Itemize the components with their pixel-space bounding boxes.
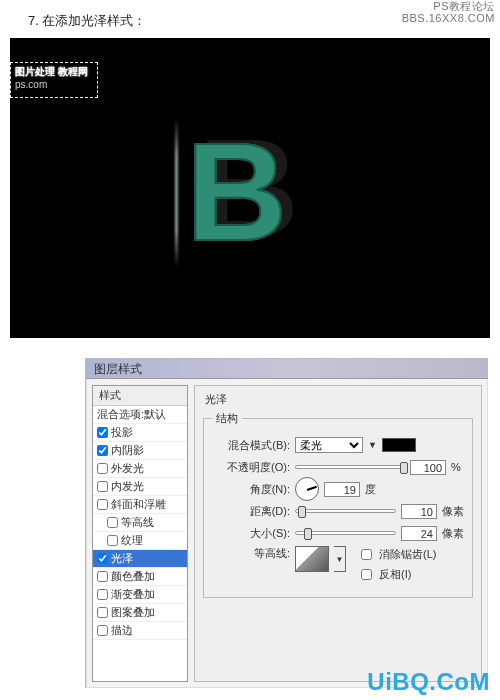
watermark-line2: BBS.16XX8.COM (402, 12, 495, 24)
style-item-label: 光泽 (111, 551, 133, 566)
size-label: 大小(S): (212, 526, 290, 541)
style-item-label: 颜色叠加 (111, 569, 155, 584)
canvas-wm-line2: ps.com (15, 78, 93, 91)
style-item-7[interactable]: 纹理 (93, 532, 187, 550)
dialog-body: 样式 混合选项:默认投影内阴影外发光内发光斜面和浮雕等高线纹理光泽颜色叠加渐变叠… (86, 379, 488, 688)
style-item-label: 内发光 (111, 479, 144, 494)
antialias-option[interactable]: 消除锯齿(L) (357, 546, 436, 563)
style-checkbox[interactable] (97, 589, 108, 600)
size-row: 大小(S): 24 像素 (212, 524, 464, 542)
blend-mode-label: 混合模式(B): (212, 438, 290, 453)
invert-label: 反相(I) (379, 567, 411, 582)
letter-main: B (186, 122, 283, 262)
style-item-label: 内阴影 (111, 443, 144, 458)
style-item-0[interactable]: 混合选项:默认 (93, 406, 187, 424)
contour-label: 等高线: (212, 546, 290, 561)
distance-value[interactable]: 10 (401, 504, 437, 519)
opacity-value[interactable]: 100 (410, 460, 446, 475)
top-watermark: PS教程论坛 BBS.16XX8.COM (402, 0, 495, 24)
style-item-label: 外发光 (111, 461, 144, 476)
site-logo: UiBQ.CoM (367, 668, 490, 696)
style-list: 样式 混合选项:默认投影内阴影外发光内发光斜面和浮雕等高线纹理光泽颜色叠加渐变叠… (92, 385, 188, 682)
style-item-label: 混合选项:默认 (97, 407, 166, 422)
size-slider[interactable] (295, 531, 396, 535)
style-item-label: 渐变叠加 (111, 587, 155, 602)
style-item-label: 斜面和浮雕 (111, 497, 166, 512)
style-checkbox[interactable] (97, 427, 108, 438)
antialias-checkbox[interactable] (361, 549, 372, 560)
style-item-4[interactable]: 内发光 (93, 478, 187, 496)
preview-canvas: 图片处理 教程网 ps.com B B (10, 38, 490, 338)
blend-mode-select[interactable]: 柔光 (295, 437, 363, 453)
style-item-12[interactable]: 描边 (93, 622, 187, 640)
dialog-title: 图层样式 (86, 359, 488, 379)
layer-style-dialog: 图层样式 样式 混合选项:默认投影内阴影外发光内发光斜面和浮雕等高线纹理光泽颜色… (85, 358, 488, 688)
invert-option[interactable]: 反相(I) (357, 566, 436, 583)
style-item-label: 描边 (111, 623, 133, 638)
style-item-label: 纹理 (121, 533, 143, 548)
distance-label: 距离(D): (212, 504, 290, 519)
blend-color-swatch[interactable] (382, 438, 416, 452)
distance-slider[interactable] (295, 509, 396, 513)
style-checkbox[interactable] (97, 607, 108, 618)
style-item-5[interactable]: 斜面和浮雕 (93, 496, 187, 514)
angle-value[interactable]: 19 (324, 482, 360, 497)
opacity-row: 不透明度(O): 100 % (212, 458, 464, 476)
contour-dropdown[interactable]: ▼ (334, 546, 346, 572)
satin-panel: 光泽 结构 混合模式(B): 柔光 ▼ 不透明度(O): 100 % (194, 385, 482, 682)
opacity-slider[interactable] (295, 465, 405, 469)
style-item-10[interactable]: 渐变叠加 (93, 586, 187, 604)
structure-group: 结构 混合模式(B): 柔光 ▼ 不透明度(O): 100 % 角度(N (203, 411, 473, 598)
style-item-1[interactable]: 投影 (93, 424, 187, 442)
size-unit: 像素 (442, 526, 464, 541)
style-item-6[interactable]: 等高线 (93, 514, 187, 532)
style-checkbox[interactable] (97, 481, 108, 492)
watermark-line1: PS教程论坛 (402, 0, 495, 12)
canvas-watermark: 图片处理 教程网 ps.com (10, 62, 98, 98)
style-item-label: 投影 (111, 425, 133, 440)
angle-unit: 度 (365, 482, 376, 497)
opacity-label: 不透明度(O): (212, 460, 290, 475)
angle-label: 角度(N): (212, 482, 290, 497)
chevron-down-icon: ▼ (368, 440, 377, 450)
panel-section-title: 光泽 (205, 392, 473, 407)
style-item-8[interactable]: 光泽 (93, 550, 187, 568)
style-checkbox[interactable] (97, 445, 108, 456)
opacity-unit: % (451, 461, 461, 473)
contour-row: 等高线: ▼ 消除锯齿(L) 反相(I) (212, 546, 464, 583)
structure-legend: 结构 (212, 411, 242, 426)
size-value[interactable]: 24 (401, 526, 437, 541)
style-checkbox[interactable] (97, 553, 108, 564)
style-checkbox[interactable] (97, 625, 108, 636)
angle-row: 角度(N): 19 度 (212, 480, 464, 498)
style-item-label: 等高线 (121, 515, 154, 530)
distance-unit: 像素 (442, 504, 464, 519)
style-checkbox[interactable] (97, 463, 108, 474)
chevron-down-icon: ▼ (336, 555, 344, 564)
style-item-11[interactable]: 图案叠加 (93, 604, 187, 622)
style-item-3[interactable]: 外发光 (93, 460, 187, 478)
style-checkbox[interactable] (107, 517, 118, 528)
antialias-label: 消除锯齿(L) (379, 547, 436, 562)
style-item-9[interactable]: 颜色叠加 (93, 568, 187, 586)
angle-dial[interactable] (295, 477, 319, 501)
style-checkbox[interactable] (97, 499, 108, 510)
canvas-wm-line1: 图片处理 教程网 (15, 65, 93, 78)
style-list-header: 样式 (93, 386, 187, 406)
blend-mode-row: 混合模式(B): 柔光 ▼ (212, 436, 464, 454)
contour-picker[interactable] (295, 546, 329, 572)
style-item-2[interactable]: 内阴影 (93, 442, 187, 460)
style-item-label: 图案叠加 (111, 605, 155, 620)
highlight-streak (175, 118, 178, 268)
invert-checkbox[interactable] (361, 569, 372, 580)
distance-row: 距离(D): 10 像素 (212, 502, 464, 520)
style-checkbox[interactable] (97, 571, 108, 582)
style-checkbox[interactable] (107, 535, 118, 546)
